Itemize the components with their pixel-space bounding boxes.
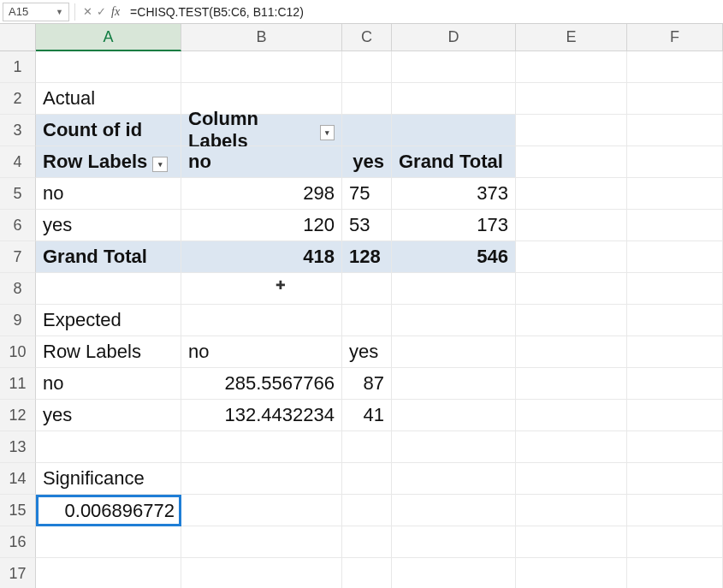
- cell-E12[interactable]: [516, 400, 627, 431]
- cell-F9[interactable]: [627, 305, 723, 336]
- cell-B13[interactable]: [181, 431, 342, 463]
- row-header-12[interactable]: 12: [0, 400, 36, 431]
- filter-dropdown-icon[interactable]: ▾: [320, 125, 335, 140]
- cell-E9[interactable]: [516, 305, 627, 336]
- check-icon[interactable]: ✓: [94, 5, 108, 18]
- cell-A15[interactable]: 0.006896772: [36, 495, 181, 526]
- cell-D13[interactable]: [392, 431, 516, 463]
- row-header-17[interactable]: 17: [0, 558, 36, 588]
- row-header-7[interactable]: 7: [0, 241, 36, 273]
- cell-F7[interactable]: [627, 241, 723, 273]
- cell-E2[interactable]: [516, 83, 627, 115]
- cell-A11[interactable]: no: [36, 368, 181, 400]
- cell-E13[interactable]: [516, 431, 627, 463]
- cell-E1[interactable]: [516, 51, 627, 83]
- cell-A16[interactable]: [36, 526, 181, 558]
- cell-A14[interactable]: Significance: [36, 463, 181, 495]
- cell-D15[interactable]: [392, 495, 516, 526]
- cell-C13[interactable]: [342, 431, 392, 463]
- row-header-11[interactable]: 11: [0, 368, 36, 400]
- cell-C5[interactable]: 75: [342, 178, 392, 210]
- row-header-9[interactable]: 9: [0, 305, 36, 336]
- cell-D12[interactable]: [392, 400, 516, 431]
- row-header-13[interactable]: 13: [0, 431, 36, 463]
- row-header-3[interactable]: 3: [0, 115, 36, 146]
- cell-E5[interactable]: [516, 178, 627, 210]
- cell-A8[interactable]: [36, 273, 181, 305]
- cell-A6[interactable]: yes: [36, 210, 181, 241]
- cell-B6[interactable]: 120: [181, 210, 342, 241]
- col-header-A[interactable]: A: [36, 24, 181, 51]
- cell-B16[interactable]: [181, 526, 342, 558]
- cell-F13[interactable]: [627, 431, 723, 463]
- cell-C3[interactable]: [342, 115, 392, 146]
- cell-D16[interactable]: [392, 526, 516, 558]
- cell-C1[interactable]: [342, 51, 392, 83]
- cell-E17[interactable]: [516, 558, 627, 588]
- col-header-D[interactable]: D: [392, 24, 516, 51]
- cell-B1[interactable]: [181, 51, 342, 83]
- cell-D3[interactable]: [392, 115, 516, 146]
- cell-E14[interactable]: [516, 463, 627, 495]
- row-header-2[interactable]: 2: [0, 83, 36, 115]
- cell-C8[interactable]: [342, 273, 392, 305]
- cell-C14[interactable]: [342, 463, 392, 495]
- cell-C2[interactable]: [342, 83, 392, 115]
- cell-B5[interactable]: 298: [181, 178, 342, 210]
- cell-D1[interactable]: [392, 51, 516, 83]
- cell-D6[interactable]: 173: [392, 210, 516, 241]
- cell-F2[interactable]: [627, 83, 723, 115]
- cell-C7[interactable]: 128: [342, 241, 392, 273]
- cancel-icon[interactable]: ✕: [80, 5, 94, 18]
- cell-B14[interactable]: [181, 463, 342, 495]
- row-header-4[interactable]: 4: [0, 146, 36, 178]
- cell-F5[interactable]: [627, 178, 723, 210]
- name-box[interactable]: A15 ▼: [3, 3, 69, 21]
- cell-D17[interactable]: [392, 558, 516, 588]
- cell-A7[interactable]: Grand Total: [36, 241, 181, 273]
- cell-B4[interactable]: no: [181, 146, 342, 178]
- cell-F12[interactable]: [627, 400, 723, 431]
- cell-A3[interactable]: Count of id: [36, 115, 181, 146]
- cell-A5[interactable]: no: [36, 178, 181, 210]
- cell-F10[interactable]: [627, 336, 723, 368]
- cell-C15[interactable]: [342, 495, 392, 526]
- cell-D2[interactable]: [392, 83, 516, 115]
- cell-F15[interactable]: [627, 495, 723, 526]
- row-header-6[interactable]: 6: [0, 210, 36, 241]
- cell-D10[interactable]: [392, 336, 516, 368]
- cell-A17[interactable]: [36, 558, 181, 588]
- cell-F17[interactable]: [627, 558, 723, 588]
- row-header-14[interactable]: 14: [0, 463, 36, 495]
- cell-D7[interactable]: 546: [392, 241, 516, 273]
- cell-F4[interactable]: [627, 146, 723, 178]
- cell-C17[interactable]: [342, 558, 392, 588]
- cell-E15[interactable]: [516, 495, 627, 526]
- cell-D5[interactable]: 373: [392, 178, 516, 210]
- row-header-5[interactable]: 5: [0, 178, 36, 210]
- col-header-E[interactable]: E: [516, 24, 627, 51]
- cell-B7[interactable]: 418: [181, 241, 342, 273]
- cell-A13[interactable]: [36, 431, 181, 463]
- cell-A10[interactable]: Row Labels: [36, 336, 181, 368]
- cell-C11[interactable]: 87: [342, 368, 392, 400]
- filter-dropdown-icon[interactable]: ▾: [152, 157, 168, 172]
- cell-E8[interactable]: [516, 273, 627, 305]
- cell-D14[interactable]: [392, 463, 516, 495]
- cell-A12[interactable]: yes: [36, 400, 181, 431]
- col-header-B[interactable]: B: [181, 24, 342, 51]
- formula-input[interactable]: =CHISQ.TEST(B5:C6, B11:C12): [125, 5, 723, 19]
- cell-A1[interactable]: [36, 51, 181, 83]
- cell-C16[interactable]: [342, 526, 392, 558]
- cell-A4[interactable]: Row Labels ▾: [36, 146, 181, 178]
- row-header-15[interactable]: 15: [0, 495, 36, 526]
- col-header-C[interactable]: C: [342, 24, 392, 51]
- row-header-1[interactable]: 1: [0, 51, 36, 83]
- select-all-corner[interactable]: [0, 24, 36, 51]
- cell-C4[interactable]: yes: [342, 146, 392, 178]
- cell-E4[interactable]: [516, 146, 627, 178]
- cell-D8[interactable]: [392, 273, 516, 305]
- fx-icon[interactable]: fx: [111, 5, 120, 19]
- cell-D11[interactable]: [392, 368, 516, 400]
- cell-D4[interactable]: Grand Total: [392, 146, 516, 178]
